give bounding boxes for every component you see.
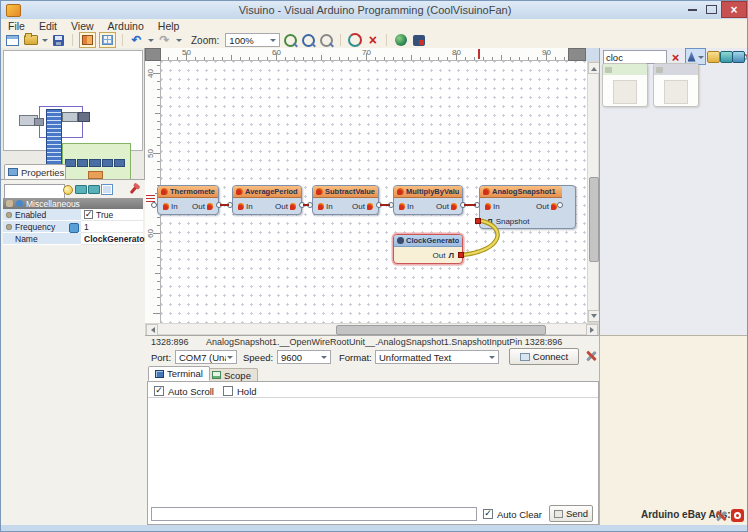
pin-in[interactable]: In: [399, 202, 414, 211]
zoom-in-button[interactable]: [283, 33, 298, 47]
ads-settings-button[interactable]: [715, 508, 727, 526]
snapshot-pin-connector[interactable]: [475, 218, 481, 224]
pin-connector[interactable]: [474, 202, 480, 208]
block-clockgenerator1[interactable]: ClockGenerator1 Out Л: [393, 234, 463, 264]
title-bar[interactable]: Visuino - Visual Arduino Programming (Co…: [1, 1, 748, 19]
undo-button[interactable]: [129, 33, 144, 47]
toggle-grid-button[interactable]: [99, 32, 116, 48]
auto-scroll-checkbox[interactable]: [154, 386, 164, 396]
property-category[interactable]: Miscellaneous: [3, 198, 143, 209]
web-button[interactable]: [393, 33, 408, 47]
component-search-input[interactable]: [603, 50, 667, 64]
pin-in[interactable]: In: [238, 202, 253, 211]
category-yellow-icon[interactable]: [707, 50, 720, 64]
block-title: SubtractValue1: [325, 187, 375, 196]
zoom-reset-button[interactable]: [319, 33, 334, 47]
maximize-button[interactable]: [702, 1, 721, 18]
block-averageperiod1[interactable]: AveragePeriod1 In Out: [232, 185, 302, 215]
terminal-output-area[interactable]: [147, 381, 599, 525]
expand-all-icon[interactable]: [74, 183, 87, 196]
pin-connector[interactable]: [227, 202, 233, 208]
v-scroll-thumb[interactable]: [589, 177, 599, 262]
menu-view[interactable]: View: [64, 20, 101, 32]
speed-combo[interactable]: 9600: [277, 350, 331, 364]
pin-in[interactable]: In: [318, 202, 333, 211]
property-value[interactable]: 1: [84, 222, 89, 232]
collapse-all-icon[interactable]: [87, 183, 100, 196]
pin-in[interactable]: In: [163, 202, 178, 211]
refresh-button[interactable]: [347, 33, 362, 47]
block-multiplybyvalue1[interactable]: MultiplyByValue1 In Out: [393, 185, 463, 215]
tab-scope[interactable]: Scope: [205, 368, 258, 381]
redo-button[interactable]: [157, 33, 172, 47]
property-value[interactable]: ClockGenerator1: [84, 234, 153, 244]
pin-out[interactable]: Out Л: [394, 247, 462, 263]
delete-button[interactable]: [365, 33, 380, 47]
h-scrollbar[interactable]: [145, 323, 599, 335]
pin-out[interactable]: Out: [536, 202, 557, 211]
menu-arduino[interactable]: Arduino: [101, 20, 151, 32]
zoom-combo[interactable]: 100%: [225, 33, 280, 47]
pin-connector[interactable]: [388, 202, 394, 208]
pin-panel-icon[interactable]: [127, 183, 140, 196]
property-row-name[interactable]: Name ClockGenerator1: [3, 233, 143, 245]
new-project-button[interactable]: [5, 33, 20, 47]
block-subtractvalue1[interactable]: SubtractValue1 In Out: [312, 185, 379, 215]
pin-in[interactable]: In: [485, 202, 500, 211]
pin-snapshot[interactable]: Л Snapshot: [480, 214, 575, 228]
save-button[interactable]: [51, 33, 66, 47]
minimize-button[interactable]: [683, 1, 702, 18]
v-scrollbar[interactable]: [587, 61, 599, 323]
connect-button[interactable]: Connect: [509, 348, 579, 365]
tab-terminal[interactable]: Terminal: [148, 366, 210, 381]
pin-connector[interactable]: [557, 202, 563, 208]
filter-bulb-icon[interactable]: [61, 183, 74, 196]
open-dropdown[interactable]: [42, 39, 48, 45]
property-row-frequency[interactable]: Frequency 1: [3, 221, 143, 233]
send-button[interactable]: Send: [549, 505, 593, 522]
hold-checkbox[interactable]: [223, 386, 233, 396]
format-combo[interactable]: Unformatted Text: [375, 350, 499, 364]
component-tile[interactable]: [653, 63, 699, 107]
pin-connector[interactable]: [151, 202, 157, 208]
pin-connector[interactable]: [299, 202, 305, 208]
pin-out[interactable]: Out: [352, 202, 373, 211]
auto-clear-checkbox[interactable]: [483, 509, 493, 519]
block-thermometer1[interactable]: Thermometer1 In Out: [157, 185, 219, 215]
pin-out[interactable]: Out: [275, 202, 296, 211]
port-settings-button[interactable]: [585, 348, 597, 366]
h-scroll-thumb[interactable]: [336, 325, 546, 335]
menu-file[interactable]: File: [1, 20, 32, 32]
component-tile[interactable]: [602, 63, 648, 107]
frequency-edit-icon[interactable]: [69, 223, 79, 233]
toggle-panels-button[interactable]: [79, 32, 96, 48]
menu-edit[interactable]: Edit: [32, 20, 64, 32]
pin-connector[interactable]: [460, 202, 466, 208]
property-row-enabled[interactable]: Enabled True: [3, 209, 143, 221]
undo-dropdown[interactable]: [148, 39, 154, 45]
minimap-clock-block: [88, 171, 103, 179]
pin-out[interactable]: Out: [436, 202, 457, 211]
pin-connector[interactable]: [376, 202, 382, 208]
menu-bar: File Edit View Arduino Help: [1, 19, 748, 33]
clock-out-pin-connector[interactable]: [458, 252, 464, 258]
pin-out[interactable]: Out: [192, 202, 213, 211]
minimap[interactable]: [3, 50, 143, 151]
upload-button[interactable]: [411, 33, 426, 47]
send-message-input[interactable]: [151, 507, 477, 521]
menu-help[interactable]: Help: [151, 20, 187, 32]
toolbar-separator: [386, 34, 387, 46]
clear-search-icon[interactable]: [669, 50, 682, 64]
tab-properties[interactable]: Properties: [4, 164, 66, 179]
open-button[interactable]: [23, 33, 38, 47]
enabled-checkbox[interactable]: [84, 210, 93, 219]
redo-dropdown[interactable]: [176, 39, 182, 45]
pin-connector[interactable]: [216, 202, 222, 208]
ads-close-button[interactable]: [731, 508, 744, 526]
port-combo[interactable]: COM7 (Unav: [175, 350, 237, 364]
close-panel-icon[interactable]: [743, 50, 748, 64]
categorize-icon[interactable]: [100, 183, 113, 196]
pin-connector[interactable]: [307, 202, 313, 208]
zoom-out-button[interactable]: [301, 33, 316, 47]
close-button[interactable]: [721, 1, 747, 18]
